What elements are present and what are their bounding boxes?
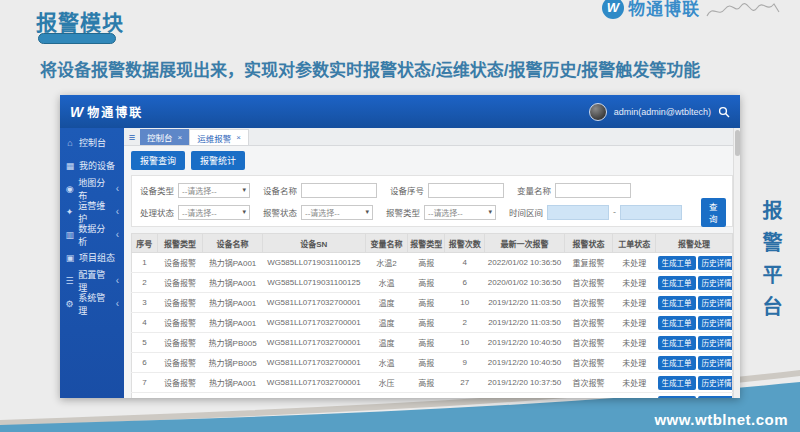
table-row: 5设备报警热力锅PB005WG581LL0717032700001温度高报102… [132,333,733,353]
column-header-变量名称: 变量名称 [365,234,408,253]
历史详情-button[interactable]: 历史详情 [698,376,733,390]
生成工单-button[interactable]: 生成工单 [658,356,696,370]
生成工单-button[interactable]: 生成工单 [658,396,696,399]
chevron-down-icon: ▾ [366,208,370,216]
table-cell: 首次报警 [564,313,612,333]
filter-field-设备名称: 设备名称 [263,183,377,198]
sidebar-toggle-icon[interactable]: ≡ [124,131,140,143]
table-cell: 水压 [365,373,408,393]
报警查询-button[interactable]: 报警查询 [131,151,185,170]
生成工单-button[interactable]: 生成工单 [658,256,696,270]
变量名称-input[interactable] [555,183,631,198]
tab-close-icon[interactable]: × [236,133,241,142]
tab-运维报警[interactable]: 运维报警× [189,129,249,145]
filter-label: 变量名称 [517,184,551,196]
sidebar-item-运营维护[interactable]: ✦运营维护‹ [60,200,124,223]
analytics-icon: ▥ [65,230,74,240]
filter-label: 设备类型 [140,184,174,196]
设备类型-select[interactable]: --请选择--▾ [178,183,250,198]
table-cell: 温度 [365,293,408,313]
设备序号-input[interactable] [428,183,504,198]
filter-field-设备类型: 设备类型--请选择--▾ [140,183,250,198]
filter-field-处理状态: 处理状态--请选择--▾ [140,205,250,220]
select-value: --请选择-- [428,207,463,218]
table-cell: 设备报警 [157,253,203,273]
table-cell-actions: 生成工单历史详情 [656,373,733,393]
brand-logo: W 物通博联 [602,0,700,20]
filter-label: 设备名称 [263,184,297,196]
sidebar-item-控制台[interactable]: ⌂控制台 [60,131,124,154]
生成工单-button[interactable]: 生成工单 [658,276,696,290]
scrollbar-thumb[interactable] [735,130,740,156]
home-icon: ⌂ [65,138,75,148]
user-account-label[interactable]: admin(admin@wtbltech) [614,107,711,117]
历史详情-button[interactable]: 历史详情 [698,276,733,290]
历史详情-button[interactable]: 历史详情 [698,256,733,270]
search-icon[interactable] [718,106,730,118]
table-cell: 热力锅PA001 [203,393,263,399]
处理状态-select[interactable]: --请选择--▾ [178,205,250,220]
sidebar-item-地图分布[interactable]: ◉地图分布‹ [60,177,124,200]
table-cell: 高报 [408,353,445,373]
table-cell: 2019/12/20 10:40:50 [485,333,565,353]
table-cell: 未处理 [613,273,656,293]
query-button[interactable]: 查询 [701,198,726,227]
table-cell: 高报 [408,333,445,353]
table-cell: 首次报警 [564,393,612,399]
table-cell: 高报 [408,393,445,399]
生成工单-button[interactable]: 生成工单 [658,336,696,350]
table-cell: 首次报警 [564,333,612,353]
tab-label: 运维报警 [197,132,231,144]
column-header-设备SN: 设备SN [263,234,366,253]
table-cell: 首次报警 [564,373,612,393]
sidebar-item-配置管理[interactable]: ☰配置管理‹ [60,269,124,292]
table-cell: 水温 [365,353,408,373]
project-icon: ▣ [65,253,75,263]
历史详情-button[interactable]: 历史详情 [698,396,733,399]
app-logo-text: 物通博联 [87,103,143,120]
历史详情-button[interactable]: 历史详情 [698,316,733,330]
tab-控制台[interactable]: 控制台× [140,129,189,145]
table-cell: 温度 [365,333,408,353]
scrollbar[interactable] [733,128,740,398]
table-cell: 4 [132,313,158,333]
历史详情-button[interactable]: 历史详情 [698,356,733,370]
生成工单-button[interactable]: 生成工单 [658,316,696,330]
time-range-end-input[interactable] [620,205,682,220]
sidebar-item-系统管理[interactable]: ⚙系统管理‹ [60,292,124,315]
table-cell: 2022/01/02 10:36:50 [485,253,565,273]
app-body: ⌂控制台▦我的设备◉地图分布‹✦运营维护‹▥数据分析‹▣项目组态☰配置管理‹⚙系… [60,128,740,398]
sidebar-item-label: 项目组态 [79,251,115,264]
sidebar-item-数据分析[interactable]: ▥数据分析‹ [60,223,124,246]
filter-label: 报警状态 [263,206,297,218]
生成工单-button[interactable]: 生成工单 [658,376,696,390]
sidebar-item-项目组态[interactable]: ▣项目组态 [60,246,124,269]
table-cell: 热力锅PA001 [203,293,263,313]
filter-label: 报警类型 [386,206,420,218]
sidebar-item-label: 数据分析 [78,222,111,248]
sidebar-item-我的设备[interactable]: ▦我的设备 [60,154,124,177]
table-cell: 首次报警 [564,293,612,313]
chevron-collapse-icon: ‹ [116,298,119,309]
table-row: 1设备报警热力锅PA001WG585LL0719031100125水温2高报42… [132,253,733,273]
table-cell: 6 [445,273,485,293]
报警类型-select[interactable]: --请选择--▾ [424,205,496,220]
生成工单-button[interactable]: 生成工单 [658,296,696,310]
历史详情-button[interactable]: 历史详情 [698,336,733,350]
table-row: 3设备报警热力锅PA001WG581LL0717032700001温度高报102… [132,293,733,313]
table-cell-actions: 生成工单历史详情 [656,353,733,373]
select-value: --请选择-- [182,207,217,218]
time-range-start-input[interactable] [547,205,609,220]
table-cell: 2019/12/20 10:37:50 [485,393,565,399]
设备名称-input[interactable] [301,183,377,198]
user-avatar[interactable] [589,103,607,121]
map-pin-icon: ◉ [65,184,74,194]
app-main: ≡ 控制台×运维报警× 报警查询报警统计 设备类型--请选择--▾设备名称设备序… [124,128,740,398]
历史详情-button[interactable]: 历史详情 [698,296,733,310]
报警状态-select[interactable]: --请选择--▾ [301,205,373,220]
config-icon: ☰ [65,276,74,286]
报警统计-button[interactable]: 报警统计 [191,151,245,170]
tab-close-icon[interactable]: × [178,133,183,142]
filter-field-时间区间: 时间区间- [509,205,682,220]
table-cell: WG585LL0719031100125 [263,273,366,293]
